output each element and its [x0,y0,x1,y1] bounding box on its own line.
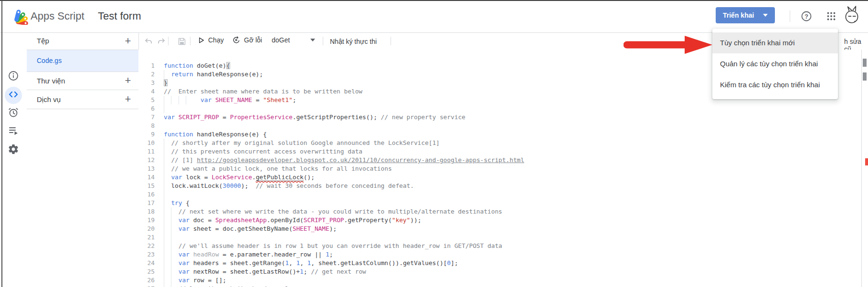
indent-guide [171,267,178,276]
function-selector[interactable]: doGet [272,36,315,44]
user-avatar[interactable] [841,5,862,28]
indent-guide [164,164,171,173]
indent-guide [164,207,171,216]
toolbar-divider [391,37,391,45]
sidebar-item-settings[interactable] [5,142,22,159]
sidebar-item-triggers[interactable] [5,105,22,122]
indent-guide [164,190,171,199]
indent-guide [164,267,171,276]
line-number: 17 [138,199,155,207]
line-number: 26 [138,276,155,285]
line-number: 2 [138,70,155,79]
line-number: 5 [138,96,155,104]
help-icon[interactable]: ? [800,10,813,22]
indent-guide [164,225,171,233]
clock-icon [8,107,19,120]
indent-guide [171,242,178,250]
run-button[interactable]: Chạy [198,36,224,44]
add-service-button plus-icon[interactable]: + [122,93,134,105]
add-file-button plus-icon[interactable]: + [122,35,134,47]
code-line: 18// next set where we write the data - … [138,207,861,216]
app-header: Apps Script Test form Triển khai ? [0,0,868,33]
code-line: 21 [138,233,861,242]
header-divider [790,10,790,22]
indent-guide [171,233,178,242]
execution-log-button[interactable]: Nhật ký thực thi [330,38,377,45]
window-top-edge [0,0,868,1]
panel-divider [27,109,138,109]
code-line: 16 [138,190,861,199]
indent-guide [171,207,178,216]
sidebar-item-overview[interactable] [5,68,22,85]
indent-guide [171,96,178,104]
apps-grid-icon[interactable] [825,10,837,22]
window-left-edge [1,0,2,287]
deploy-menu-item[interactable]: Tùy chọn triển khai mới [712,32,838,53]
add-library-button plus-icon[interactable]: + [122,75,134,86]
line-number: 9 [138,130,155,139]
ruler-marker [865,158,868,165]
deploy-button[interactable]: Triển khai [716,7,775,23]
code-line: 25var nextRow = sheet.getLastRow()+1; //… [138,267,861,276]
code-line: 8 [138,122,861,130]
toolbar-divider [190,37,191,45]
line-number: 11 [138,147,155,156]
indent-guide [164,139,171,147]
line-number: 7 [138,113,155,122]
executions-icon [8,125,19,138]
line-number: 21 [138,233,155,242]
code-line: 27// loop through the header columns [138,285,861,287]
undo-icon[interactable] [142,35,155,48]
indent-guide [164,242,171,250]
indent-guide [164,147,171,156]
code-line: 12// [1] http://googleappsdeveloper.blog… [138,156,861,164]
services-header: Dịch vụ [37,95,61,103]
save-icon[interactable] [176,35,188,48]
indent-guide [171,250,178,259]
line-number: 18 [138,207,155,216]
project-title[interactable]: Test form [98,10,141,22]
line-number: 10 [138,139,155,147]
indent-guide [164,216,171,225]
svg-text:?: ? [804,13,808,20]
code-line: 20var sheet = doc.getSheetByName(SHEET_N… [138,225,861,233]
line-number: 25 [138,267,155,276]
play-icon [198,37,205,44]
redo-icon[interactable] [155,35,168,48]
file-name: Code.gs [37,57,62,64]
line-number: 14 [138,173,155,182]
editor-scrollbar[interactable] [861,50,868,287]
deploy-menu-item[interactable]: Kiểm tra các tùy chọn triển khai [712,74,838,95]
sidebar-item-executions[interactable] [5,123,22,140]
indent-guide [164,259,171,267]
line-number: 19 [138,216,155,225]
line-number: 4 [138,87,155,96]
files-panel-header: Tệp [37,37,49,45]
indent-guide [179,96,186,104]
code-line: 14var lock = LockService.getPublicLock()… [138,173,861,182]
sidebar-item-editor[interactable] [5,87,22,104]
code-line: 13// we want a public lock, one that loc… [138,164,861,173]
ruler-marker [863,59,867,67]
line-number: 16 [138,190,155,199]
toolbar-divider [323,37,323,45]
panel-divider [27,90,138,90]
line-number: 15 [138,182,155,190]
indent-guide [164,285,171,287]
line-number: 23 [138,250,155,259]
deploy-menu-item[interactable]: Quản lý các tùy chọn triển khai [712,53,838,74]
indent-guide [164,70,171,79]
line-number: 6 [138,104,155,113]
line-number: 24 [138,259,155,267]
ruler-marker [863,72,867,81]
code-line: 19var doc = SpreadsheetApp.openById(SCRI… [138,216,861,225]
debug-label: Gỡ lỗi [244,36,262,44]
line-number: 1 [138,62,155,70]
code-icon [8,89,19,102]
apps-script-logo[interactable] [10,7,29,27]
code-line: 11// this prevents concurrent access ove… [138,147,861,156]
file-item-codegs[interactable]: Code.gs [27,50,138,72]
indent-guide [171,285,178,287]
chevron-down-icon [763,14,768,17]
debug-button[interactable]: Gỡ lỗi [232,36,262,44]
